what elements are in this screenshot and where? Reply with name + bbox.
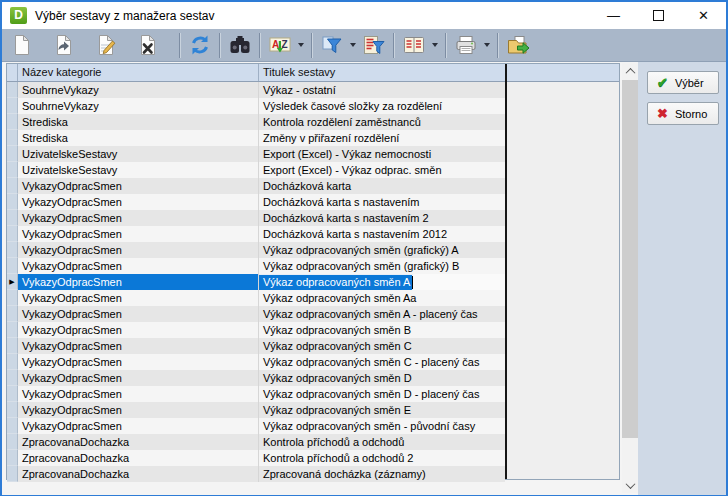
filter-dropdown[interactable] [347, 31, 359, 59]
row-gutter [7, 370, 18, 386]
table-row[interactable]: VykazyOdpracSmenVýkaz odpracovaných směn… [7, 306, 505, 322]
row-gutter [7, 338, 18, 354]
table-row[interactable]: ZpracovanaDochazkaKontrola příchodů a od… [7, 434, 505, 450]
table-row[interactable]: SouhrneVykazyVýsledek časové složky za r… [7, 98, 505, 114]
table-row[interactable]: ZpracovanaDochazkaKontrola příchodů a od… [7, 450, 505, 466]
row-gutter [7, 434, 18, 450]
table-row[interactable]: StrediskaZměny v přiřazení rozdělení [7, 130, 505, 146]
scrollbar-thumb[interactable] [622, 80, 638, 438]
refresh-button[interactable] [185, 31, 215, 59]
filter-button[interactable] [317, 31, 347, 59]
chevron-down-icon [484, 43, 490, 47]
table-row[interactable]: VykazyOdpracSmenVýkaz odpracovaných směn… [7, 354, 505, 370]
row-gutter [7, 162, 18, 178]
toolbar-separator [393, 33, 395, 58]
find-button[interactable] [225, 31, 255, 59]
table-row[interactable]: VykazyOdpracSmenVýkaz odpracovaných směn… [7, 418, 505, 434]
title-cell: Výkaz odpracovaných směn A [259, 274, 505, 290]
row-gutter [7, 178, 18, 194]
column-header-kategorie[interactable]: Název kategorie [18, 64, 259, 81]
toolbar-separator [179, 33, 181, 58]
table-row[interactable]: VykazyOdpracSmenVýkaz odpracovaných směn… [7, 322, 505, 338]
chevron-up-icon [625, 67, 635, 77]
title-bar: D Výběr sestavy z manažera sestav — ✕ [2, 2, 726, 29]
row-gutter [7, 354, 18, 370]
title-cell: Výsledek časové složky za rozdělení [259, 98, 505, 114]
row-gutter [7, 450, 18, 466]
title-cell: Zpracovaná docházka (záznamy) [259, 466, 505, 482]
category-cell: VykazyOdpracSmen [18, 226, 259, 242]
table-row[interactable]: VykazyOdpracSmenDocházková karta s nasta… [7, 226, 505, 242]
row-gutter [7, 306, 18, 322]
table-row[interactable]: VykazyOdpracSmenDocházková karta s nasta… [7, 194, 505, 210]
page-x-icon [136, 33, 160, 57]
minimize-button[interactable]: — [591, 2, 636, 29]
category-cell: VykazyOdpracSmen [18, 338, 259, 354]
table-row[interactable]: VykazyOdpracSmenVýkaz odpracovaných směn… [7, 242, 505, 258]
table-row[interactable]: VykazyOdpracSmenVýkaz odpracovaných směn… [7, 370, 505, 386]
table-row[interactable]: VykazyOdpracSmenDocházková karta [7, 178, 505, 194]
category-cell: VykazyOdpracSmen [18, 178, 259, 194]
category-cell: VykazyOdpracSmen [18, 290, 259, 306]
table-row[interactable]: ▶VykazyOdpracSmenVýkaz odpracovaných smě… [7, 274, 505, 290]
page-pencil-icon [94, 33, 118, 57]
edit-report-button[interactable] [91, 31, 121, 59]
table-row[interactable]: VykazyOdpracSmenVýkaz odpracovaných směn… [7, 338, 505, 354]
vertical-scrollbar[interactable] [622, 63, 638, 493]
vyber-button[interactable]: ✔ Výběr [647, 71, 719, 94]
table-row[interactable]: VykazyOdpracSmenVýkaz odpracovaných směn… [7, 258, 505, 274]
table-row[interactable]: VykazyOdpracSmenVýkaz odpracovaných směn… [7, 402, 505, 418]
refresh-icon [188, 33, 212, 57]
close-button[interactable]: ✕ [681, 2, 726, 29]
category-cell: SouhrneVykazy [18, 82, 259, 98]
title-cell: Změny v přiřazení rozdělení [259, 130, 505, 146]
export-button[interactable] [503, 31, 533, 59]
filter-list-button[interactable] [359, 31, 389, 59]
new-report-button[interactable] [7, 31, 37, 59]
maximize-button[interactable] [636, 2, 681, 29]
row-gutter [7, 418, 18, 434]
row-gutter [7, 226, 18, 242]
title-cell: Docházková karta s nastavením [259, 194, 505, 210]
table-row[interactable]: UzivatelskeSestavyExport (Excel) - Výkaz… [7, 162, 505, 178]
print-button[interactable] [451, 31, 481, 59]
cross-icon: ✖ [657, 107, 668, 120]
open-report-button[interactable] [49, 31, 79, 59]
table-row[interactable]: StrediskaKontrola rozdělení zaměstnanců [7, 114, 505, 130]
toolbar-separator [445, 33, 447, 58]
table-row[interactable]: ZpracovanaDochazkaZpracovaná docházka (z… [7, 466, 505, 482]
chevron-down-icon [298, 43, 304, 47]
columns-button[interactable] [399, 31, 429, 59]
row-gutter [7, 258, 18, 274]
header-gutter [7, 64, 18, 81]
toolbar-separator [311, 33, 313, 58]
table-row[interactable]: VykazyOdpracSmenDocházková karta s nasta… [7, 210, 505, 226]
sort-az-button[interactable]: A Z [265, 31, 295, 59]
category-cell: VykazyOdpracSmen [18, 354, 259, 370]
category-cell: UzivatelskeSestavy [18, 146, 259, 162]
storno-button[interactable]: ✖ Storno [647, 102, 719, 125]
selected-title-text: Výkaz odpracovaných směn A [259, 275, 412, 290]
scroll-down-button[interactable] [622, 477, 638, 493]
row-gutter [7, 402, 18, 418]
grid-body: SouhrneVykazyVýkaz - ostatníSouhrneVykaz… [7, 82, 619, 482]
chevron-down-icon [350, 43, 356, 47]
toolbar-separator [497, 33, 499, 58]
print-dropdown[interactable] [481, 31, 493, 59]
app-icon: D [10, 7, 27, 24]
title-cell: Kontrola příchodů a odchodů 2 [259, 450, 505, 466]
sort-az-dropdown[interactable] [295, 31, 307, 59]
category-cell: Strediska [18, 114, 259, 130]
title-cell: Výkaz odpracovaných směn Aa [259, 290, 505, 306]
title-cell: Výkaz odpracovaných směn C [259, 338, 505, 354]
table-row[interactable]: SouhrneVykazyVýkaz - ostatní [7, 82, 505, 98]
table-row[interactable]: VykazyOdpracSmenVýkaz odpracovaných směn… [7, 290, 505, 306]
category-cell: UzivatelskeSestavy [18, 162, 259, 178]
delete-report-button[interactable] [133, 31, 163, 59]
column-header-titulek[interactable]: Titulek sestavy [259, 64, 505, 81]
row-gutter [7, 146, 18, 162]
scroll-up-button[interactable] [622, 63, 638, 79]
table-row[interactable]: UzivatelskeSestavyExport (Excel) - Výkaz… [7, 146, 505, 162]
columns-dropdown[interactable] [429, 31, 441, 59]
table-row[interactable]: VykazyOdpracSmenVýkaz odpracovaných směn… [7, 386, 505, 402]
